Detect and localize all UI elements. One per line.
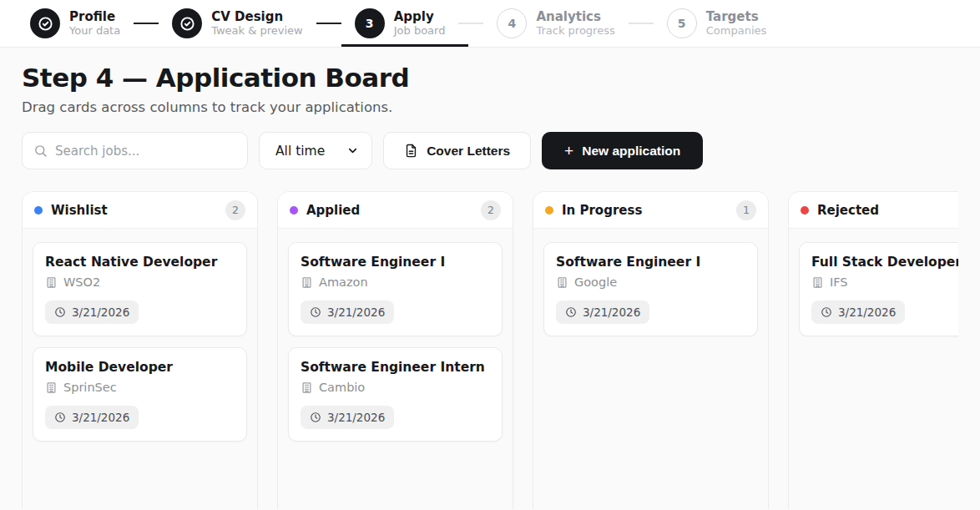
column-header: In Progress 1 xyxy=(533,192,768,229)
building-icon xyxy=(811,276,824,289)
board-column-applied: Applied 2 Software Engineer I Amazon xyxy=(277,191,513,509)
card-company-name: IFS xyxy=(830,275,848,289)
time-filter-value: All time xyxy=(275,144,325,159)
stepper-step-analytics[interactable]: 4 Analytics Track progress xyxy=(497,0,614,47)
step-number: 4 xyxy=(508,17,517,30)
application-card[interactable]: Software Engineer Intern Cambio 3/21/202… xyxy=(288,347,503,442)
card-job-title: Mobile Developer xyxy=(45,360,235,375)
check-circle-icon xyxy=(38,16,53,32)
column-status-dot-icon xyxy=(545,206,553,215)
column-count-badge: 1 xyxy=(736,200,756,220)
stepper-step-profile[interactable]: Profile Your data xyxy=(30,0,120,47)
stepper-nav: Profile Your data CV Design Tweak & prev… xyxy=(0,0,980,48)
search-icon xyxy=(33,144,48,158)
building-icon xyxy=(301,381,313,394)
application-card[interactable]: Software Engineer I Google 3/21/2026 xyxy=(543,242,758,336)
building-icon xyxy=(45,276,58,289)
new-application-button[interactable]: + New application xyxy=(542,132,703,169)
card-company-name: SprinSec xyxy=(63,381,117,394)
column-count-badge: 2 xyxy=(225,200,245,220)
column-name: In Progress xyxy=(562,203,728,218)
check-circle-icon xyxy=(179,16,195,32)
step-label: Profile xyxy=(69,9,120,25)
step-label: Targets xyxy=(706,9,767,25)
column-status-dot-icon xyxy=(34,206,43,215)
column-name: Wishlist xyxy=(51,203,217,218)
column-status-dot-icon xyxy=(290,206,298,215)
card-date-chip: 3/21/2026 xyxy=(301,406,394,429)
page-title: Step 4 — Application Board xyxy=(22,63,958,93)
card-date-text: 3/21/2026 xyxy=(72,411,129,424)
card-job-title: Software Engineer Intern xyxy=(301,360,490,375)
card-company-row: Amazon xyxy=(301,275,490,289)
toolbar: All time Cover Letters + New application xyxy=(22,132,958,169)
step-circle: 3 xyxy=(355,8,385,38)
card-company-name: Amazon xyxy=(319,275,368,289)
cover-letters-button[interactable]: Cover Letters xyxy=(383,132,531,169)
card-company-row: Google xyxy=(556,275,745,289)
step-label: Analytics xyxy=(536,9,614,25)
clock-icon xyxy=(54,306,66,318)
plus-icon: + xyxy=(564,143,573,159)
chevron-down-icon xyxy=(346,144,359,157)
card-company-name: Google xyxy=(574,275,617,289)
clock-icon xyxy=(821,306,832,318)
stepper-step-apply[interactable]: 3 Apply Job board xyxy=(355,0,446,47)
clock-icon xyxy=(54,412,66,423)
application-card[interactable]: Full Stack Developer IFS 3/21/2026 xyxy=(799,242,958,336)
search-box[interactable] xyxy=(22,132,248,169)
application-card[interactable]: Software Engineer I Amazon 3/21/2026 xyxy=(288,242,503,336)
card-job-title: Software Engineer I xyxy=(301,255,490,270)
column-header: Rejected xyxy=(789,192,958,229)
board-column-in-progress: In Progress 1 Software Engineer I Google xyxy=(533,191,769,509)
page-subtitle: Drag cards across columns to track your … xyxy=(22,99,958,115)
step-sublabel: Job board xyxy=(394,24,446,38)
step-separator xyxy=(316,23,341,24)
card-company-row: IFS xyxy=(811,275,958,289)
building-icon xyxy=(301,276,313,289)
step-circle xyxy=(172,8,202,38)
step-texts: Profile Your data xyxy=(69,9,120,38)
card-date-chip: 3/21/2026 xyxy=(811,300,905,324)
column-status-dot-icon xyxy=(801,206,809,215)
search-input[interactable] xyxy=(55,144,236,159)
card-date-chip: 3/21/2026 xyxy=(45,406,139,429)
step-separator xyxy=(134,23,159,24)
column-body: Full Stack Developer IFS 3/21/2026 xyxy=(789,229,958,346)
application-board: Wishlist 2 React Native Developer WSO2 xyxy=(22,191,958,509)
card-job-title: React Native Developer xyxy=(45,255,235,270)
card-date-text: 3/21/2026 xyxy=(327,411,385,424)
board-column-wishlist: Wishlist 2 React Native Developer WSO2 xyxy=(22,191,258,509)
card-date-text: 3/21/2026 xyxy=(327,305,385,319)
application-card[interactable]: React Native Developer WSO2 3/21/2026 xyxy=(33,242,247,336)
clock-icon xyxy=(565,306,577,318)
clock-icon xyxy=(310,306,321,318)
step-texts: Analytics Track progress xyxy=(536,9,614,38)
board-column-rejected: Rejected Full Stack Developer IFS xyxy=(788,191,958,509)
card-job-title: Software Engineer I xyxy=(556,255,745,270)
card-date-text: 3/21/2026 xyxy=(583,305,640,319)
card-date-text: 3/21/2026 xyxy=(72,305,129,319)
card-company-row: SprinSec xyxy=(45,381,235,394)
column-header: Wishlist 2 xyxy=(23,192,257,229)
step-sublabel: Tweak & preview xyxy=(211,24,303,38)
clock-icon xyxy=(310,412,321,423)
new-application-label: New application xyxy=(582,144,680,159)
stepper-step-targets[interactable]: 5 Targets Companies xyxy=(667,0,767,47)
stepper-step-cv-design[interactable]: CV Design Tweak & preview xyxy=(172,0,303,47)
building-icon xyxy=(45,381,58,394)
application-card[interactable]: Mobile Developer SprinSec 3/21/2026 xyxy=(33,347,247,442)
time-filter-select[interactable]: All time xyxy=(259,132,372,169)
cover-letters-label: Cover Letters xyxy=(427,144,510,159)
card-date-chip: 3/21/2026 xyxy=(556,300,649,324)
step-number: 5 xyxy=(678,17,686,30)
building-icon xyxy=(556,276,568,289)
column-body: Software Engineer I Amazon 3/21/2026 xyxy=(278,229,513,452)
step-sublabel: Track progress xyxy=(536,24,614,38)
step-sublabel: Companies xyxy=(706,24,767,38)
step-label: Apply xyxy=(394,9,446,25)
card-company-row: WSO2 xyxy=(45,275,235,289)
step-circle xyxy=(30,8,60,38)
step-number: 3 xyxy=(366,17,374,30)
card-company-name: WSO2 xyxy=(63,275,100,289)
